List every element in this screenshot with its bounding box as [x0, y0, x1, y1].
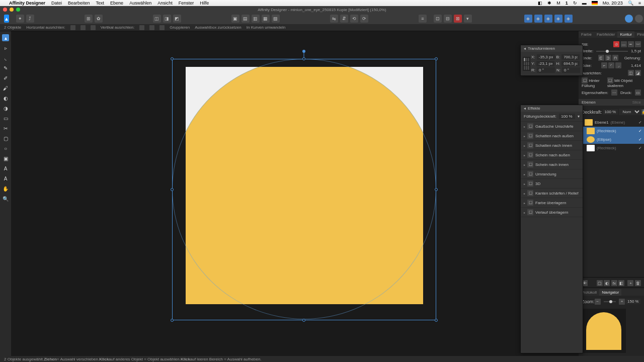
join-icon[interactable]: ◞: [615, 62, 621, 68]
pan-tool-icon[interactable]: ✋: [2, 185, 9, 192]
dash-stroke-icon[interactable]: ┅: [628, 41, 634, 47]
canvas[interactable]: ◂Transformieren X:B: Y:H: R:N: ◂Effekte …: [11, 31, 579, 356]
align-stroke-icon[interactable]: ◫: [628, 70, 634, 76]
layer-item[interactable]: (Rechteck) ✓: [579, 127, 644, 135]
snap-toggle-icon[interactable]: ⊡: [434, 15, 442, 23]
s-input[interactable]: [562, 67, 580, 73]
to-curves-button[interactable]: In Kurven umwandeln: [247, 25, 285, 30]
r-input[interactable]: [537, 67, 555, 73]
effect-item[interactable]: ▸☐Umrandung: [521, 169, 583, 179]
resize-handle[interactable]: [302, 57, 305, 60]
persona-pixel-icon[interactable]: [635, 15, 643, 23]
snap-icon[interactable]: ✿: [95, 15, 103, 23]
align-center-icon[interactable]: [80, 25, 86, 30]
status-icon[interactable]: M: [556, 1, 560, 6]
cap-icon[interactable]: ⊐: [605, 55, 611, 61]
slices-tab[interactable]: Slice: [632, 100, 641, 105]
flip-h-icon[interactable]: ⇋: [330, 15, 338, 23]
lock-icon[interactable]: 🔒: [641, 109, 644, 115]
menu-item[interactable]: Datei: [51, 1, 62, 6]
menu-icon[interactable]: ≡: [638, 1, 641, 6]
rectangle-tool-icon[interactable]: ▢: [2, 135, 9, 142]
corner-tool-icon[interactable]: ◟: [2, 54, 9, 61]
effect-item[interactable]: ▸☐3D: [521, 179, 583, 189]
tab-brushes[interactable]: Pinsel: [634, 31, 644, 38]
visibility-checkbox[interactable]: ✓: [638, 146, 642, 150]
effect-item[interactable]: ▸☐Schein nach innen: [521, 160, 583, 169]
align-middle-icon[interactable]: [149, 25, 154, 30]
visibility-checkbox[interactable]: ✓: [638, 120, 642, 125]
pen-tool-icon[interactable]: ✎: [2, 64, 9, 71]
status-icon[interactable]: 1: [566, 1, 568, 6]
fill-tool-icon[interactable]: ◐: [2, 95, 9, 102]
menu-item[interactable]: Fenster: [179, 1, 194, 6]
flip-v-icon[interactable]: ⇵: [340, 15, 348, 23]
crop-icon[interactable]: ◧: [618, 280, 624, 286]
tab-stroke[interactable]: Kontur: [617, 31, 634, 38]
cap-icon[interactable]: ⊏: [598, 55, 604, 61]
layer-opacity-input[interactable]: [603, 109, 618, 115]
insert-target-icon[interactable]: ◈: [524, 15, 532, 23]
status-icon[interactable]: ↻: [573, 1, 577, 6]
persona-designer-icon[interactable]: [625, 15, 633, 23]
boolean-intersect-icon[interactable]: ◩: [173, 15, 181, 23]
snap-toggle-icon[interactable]: ⊟: [444, 15, 452, 23]
boolean-subtract-icon[interactable]: ◨: [163, 15, 171, 23]
x-input[interactable]: [537, 54, 555, 60]
rotate-icon[interactable]: ⟳: [360, 15, 368, 23]
delete-icon[interactable]: 🗑: [635, 280, 641, 286]
fx-icon[interactable]: fx: [611, 280, 617, 286]
insert-target-icon[interactable]: ◈: [544, 15, 552, 23]
mask-icon[interactable]: ▢: [597, 280, 603, 286]
menu-item[interactable]: Ansicht: [157, 1, 173, 6]
zoom-out-icon[interactable]: −: [595, 299, 601, 305]
checkbox[interactable]: ☐: [582, 77, 588, 83]
tab-swatches[interactable]: Farbfelder: [594, 31, 617, 38]
app-menu[interactable]: Affinity Designer: [9, 1, 45, 6]
crop-tool-icon[interactable]: ✂: [2, 125, 9, 132]
menu-item[interactable]: Bearbeiten: [68, 1, 90, 6]
menu-item[interactable]: Ebene: [110, 1, 123, 6]
resize-handle[interactable]: [435, 319, 438, 322]
arrange-icon[interactable]: ▥: [252, 15, 260, 23]
corner-value[interactable]: 1,414: [631, 63, 641, 68]
y-input[interactable]: [536, 61, 554, 66]
align-bottom-icon[interactable]: [159, 25, 165, 30]
align-icon[interactable]: ≡: [419, 15, 427, 23]
zoom-in-icon[interactable]: +: [619, 299, 625, 305]
effects-panel[interactable]: ◂Effekte Füllungsdeckkraft:▾ ▸☐Gaußsche …: [520, 105, 583, 353]
layer-item[interactable]: (Rechteck) ✓: [579, 144, 644, 152]
resize-handle[interactable]: [435, 57, 438, 60]
effect-item[interactable]: ▸☐Farbe überlagern: [521, 198, 583, 208]
close-button[interactable]: [3, 8, 7, 12]
arrange-icon[interactable]: ▦: [262, 15, 270, 23]
group-button[interactable]: Gruppieren: [170, 25, 190, 30]
anchor-grid[interactable]: [523, 57, 530, 71]
join-icon[interactable]: ◜: [608, 62, 614, 68]
arrange-icon[interactable]: ▧: [272, 15, 280, 23]
clock[interactable]: Mo. 20:23: [603, 1, 623, 6]
frame-text-tool-icon[interactable]: A: [2, 175, 9, 182]
props-button[interactable]: ⋯: [611, 89, 617, 96]
rotation-handle[interactable]: [302, 50, 305, 53]
zoom-input[interactable]: [625, 299, 640, 304]
visibility-checkbox[interactable]: ✓: [638, 137, 642, 142]
visibility-checkbox[interactable]: ✓: [638, 129, 642, 133]
checkbox[interactable]: ☐: [607, 77, 613, 83]
minimize-button[interactable]: [10, 8, 14, 12]
width-slider[interactable]: [596, 51, 628, 52]
rotate-icon[interactable]: ⟲: [350, 15, 358, 23]
move-tool-icon[interactable]: ▴: [2, 34, 9, 41]
insert-target-icon[interactable]: ◈: [565, 15, 573, 23]
align-right-icon[interactable]: [91, 25, 96, 30]
node-tool-icon[interactable]: ▹: [2, 44, 9, 51]
navigator-tab[interactable]: Navigator: [599, 289, 621, 296]
boolean-union-icon[interactable]: ◫: [153, 15, 161, 23]
flag-icon[interactable]: [592, 1, 598, 5]
status-icon[interactable]: ✱: [547, 1, 551, 6]
resize-handle[interactable]: [171, 319, 174, 322]
arrange-icon[interactable]: ▤: [242, 15, 250, 23]
insert-target-icon[interactable]: ◈: [554, 15, 562, 23]
adjust-icon[interactable]: ◐: [604, 280, 610, 286]
insert-target-icon[interactable]: ◈: [534, 15, 542, 23]
